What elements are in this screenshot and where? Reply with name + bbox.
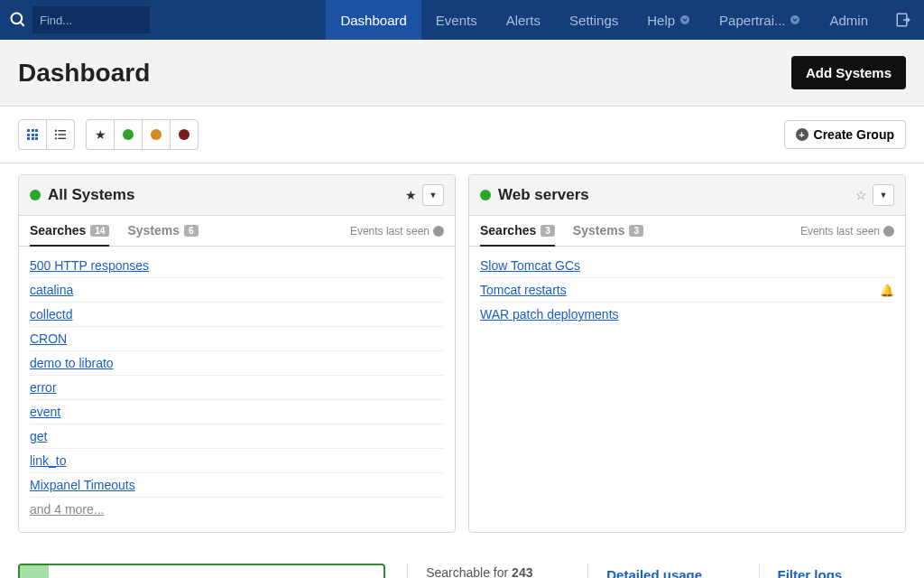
panel-star-button[interactable]: ☆	[855, 188, 867, 202]
status-dot-icon	[30, 190, 41, 200]
star-icon: ★	[95, 127, 106, 142]
topnav: Dashboard Events Alerts Settings Help Pa…	[326, 0, 924, 40]
panel-header: Web servers ☆ ▼	[469, 175, 905, 216]
add-systems-button[interactable]: Add Systems	[791, 56, 906, 89]
search-link[interactable]: error	[30, 380, 57, 395]
panel-all-systems: All Systems ★ ▼ Searches 14 Systems 6 Ev…	[18, 174, 456, 533]
usage-fill	[20, 565, 49, 578]
filter-green-button[interactable]	[114, 119, 143, 150]
filter-star-button[interactable]: ★	[86, 119, 115, 150]
toolbar-left: ★	[18, 119, 199, 150]
list-item: demo to librato	[30, 351, 444, 376]
panel-body: 500 HTTP responses catalina collectd CRO…	[19, 247, 455, 532]
panel-star-button[interactable]: ★	[405, 188, 417, 202]
red-dot-icon	[179, 129, 189, 140]
list-item: WAR patch deployments	[480, 303, 894, 326]
search-link[interactable]: WAR patch deployments	[480, 307, 619, 322]
svg-point-0	[12, 14, 23, 24]
panel-body: Slow Tomcat GCs Tomcat restarts🔔 WAR pat…	[469, 247, 905, 337]
tab-systems-label: Systems	[573, 223, 625, 238]
panel-menu-button[interactable]: ▼	[422, 184, 444, 206]
footer-col-usage: Detailed usage See usage by day and syst…	[587, 564, 736, 578]
list-item: event	[30, 400, 444, 424]
search-link[interactable]: CRON	[30, 331, 67, 346]
svg-point-9	[55, 137, 57, 139]
bell-icon: 🔔	[880, 284, 894, 297]
toolbar: ★ + Create Group	[0, 107, 924, 163]
filter-group: ★	[86, 119, 199, 150]
list-item: get	[30, 424, 444, 449]
footer: Log data transfer: 8.4 MB of 100 MB used…	[0, 551, 924, 578]
svg-point-3	[790, 15, 799, 24]
panel-title: All Systems	[48, 186, 134, 204]
search-link[interactable]: event	[30, 405, 60, 419]
search-wrap	[0, 6, 326, 33]
panel-title-wrap: All Systems	[30, 186, 134, 204]
usage-box[interactable]: Log data transfer: 8.4 MB of 100 MB used…	[18, 564, 385, 578]
tab-systems[interactable]: Systems 3	[573, 223, 643, 247]
events-last-seen: Events last seen	[800, 225, 894, 245]
list-item: Slow Tomcat GCs	[480, 254, 894, 278]
nav-exit[interactable]	[882, 0, 924, 40]
grid-view-button[interactable]	[18, 119, 47, 150]
panel-tabs: Searches 14 Systems 6 Events last seen	[19, 216, 455, 247]
tab-systems-count: 3	[629, 225, 643, 237]
svg-rect-8	[58, 134, 66, 135]
filter-red-button[interactable]	[170, 119, 199, 150]
nav-events[interactable]: Events	[421, 0, 492, 40]
tab-searches[interactable]: Searches 3	[480, 223, 555, 247]
list-view-button[interactable]	[46, 119, 75, 150]
nav-help[interactable]: Help	[633, 0, 705, 40]
nav-dashboard[interactable]: Dashboard	[326, 0, 420, 40]
search-link[interactable]: collectd	[30, 307, 72, 322]
searchable-line: Searchable for 243 months	[426, 565, 566, 578]
search-link[interactable]: catalina	[30, 283, 73, 297]
tabs-left: Searches 14 Systems 6	[30, 223, 199, 246]
page-title: Dashboard	[18, 59, 150, 88]
nav-help-label: Help	[647, 13, 675, 28]
svg-rect-6	[58, 130, 66, 131]
search-link[interactable]: Tomcat restarts	[480, 283, 567, 297]
nav-alerts[interactable]: Alerts	[492, 0, 555, 40]
filter-logs-link[interactable]: Filter logs	[778, 567, 907, 578]
footer-col-filter: Filter logs Drop unwanted log messages	[759, 564, 907, 578]
status-dot-icon	[480, 190, 491, 200]
filter-orange-button[interactable]	[142, 119, 171, 150]
clock-icon	[433, 226, 444, 237]
tab-systems[interactable]: Systems 6	[127, 223, 198, 247]
panel-menu-button[interactable]: ▼	[873, 184, 894, 206]
create-group-button[interactable]: + Create Group	[784, 120, 906, 149]
nav-papertrail-label: Papertrai...	[719, 13, 785, 28]
list-item: Tomcat restarts🔔	[480, 278, 894, 303]
search-link[interactable]: 500 HTTP responses	[30, 258, 149, 273]
events-last-seen: Events last seen	[350, 225, 444, 245]
nav-admin[interactable]: Admin	[815, 0, 882, 40]
more-link[interactable]: and 4 more...	[30, 502, 105, 517]
panel-title-wrap: Web servers	[480, 186, 589, 204]
list-item: error	[30, 376, 444, 400]
detailed-usage-link[interactable]: Detailed usage	[606, 567, 736, 578]
search-link[interactable]: Slow Tomcat GCs	[480, 258, 580, 273]
orange-dot-icon	[151, 129, 162, 140]
nav-settings[interactable]: Settings	[555, 0, 633, 40]
search-link[interactable]: get	[30, 429, 47, 443]
nav-papertrail[interactable]: Papertrai...	[705, 0, 815, 40]
list-item: CRON	[30, 327, 444, 351]
search-link[interactable]: demo to librato	[30, 356, 114, 370]
clock-icon	[883, 226, 894, 237]
plus-circle-icon: +	[796, 128, 808, 141]
panel-header-actions: ☆ ▼	[855, 184, 894, 206]
list-item: Mixpanel Timeouts	[30, 473, 444, 498]
svg-point-7	[55, 134, 57, 135]
svg-point-5	[55, 130, 57, 132]
search-link[interactable]: Mixpanel Timeouts	[30, 478, 135, 492]
search-link[interactable]: link_to	[30, 453, 66, 468]
list-item: 500 HTTP responses	[30, 254, 444, 278]
tab-searches[interactable]: Searches 14	[30, 223, 109, 247]
list-icon	[54, 129, 67, 140]
search-icon	[9, 11, 27, 29]
search-list: 500 HTTP responses catalina collectd CRO…	[30, 254, 444, 521]
green-dot-icon	[123, 129, 134, 140]
search-input[interactable]	[32, 6, 150, 33]
panel-title: Web servers	[498, 186, 589, 204]
